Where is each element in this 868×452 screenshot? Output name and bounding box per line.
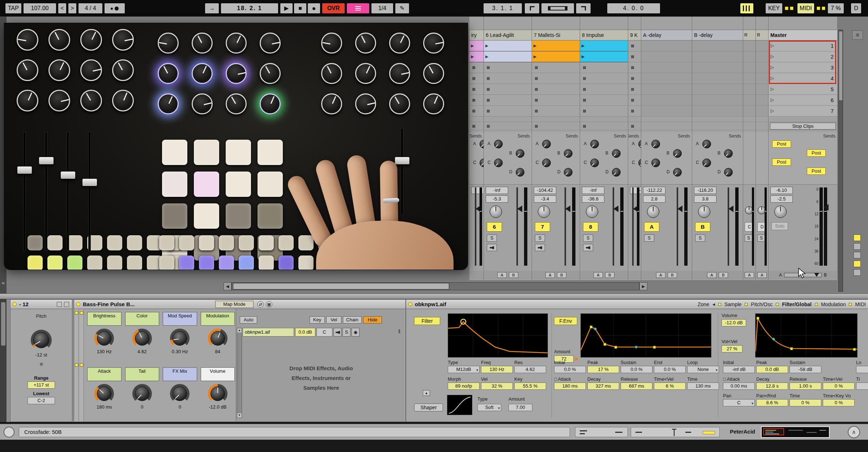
- show-chains-strip[interactable]: [79, 309, 84, 422]
- crossfade-b-button[interactable]: B: [509, 272, 518, 278]
- tab-zone[interactable]: Zone: [698, 300, 709, 309]
- chain-speaker-icon[interactable]: [333, 328, 341, 337]
- clip-slot[interactable]: [469, 84, 484, 95]
- param-field[interactable]: 0.00 ms: [723, 383, 755, 390]
- param-field[interactable]: 130 ms: [687, 383, 719, 390]
- clip-slot[interactable]: [532, 106, 580, 117]
- sampler-activator[interactable]: [408, 302, 412, 306]
- device-title-bar[interactable]: - 12: [10, 300, 72, 309]
- param-field[interactable]: M12dB: [448, 366, 480, 373]
- send-knob-c[interactable]: C: [488, 159, 508, 168]
- cue-post-button[interactable]: Post: [772, 159, 791, 166]
- clip-stop-field[interactable]: [484, 122, 532, 130]
- send-knob-b[interactable]: B: [718, 149, 738, 159]
- key-zone-button[interactable]: Key: [310, 316, 325, 324]
- param-field[interactable]: 12.8 s: [756, 383, 788, 390]
- volume-fader-handle[interactable]: [677, 206, 682, 212]
- macro-name[interactable]: Volume: [201, 367, 235, 381]
- macro-dial[interactable]: [208, 384, 227, 404]
- send-knob-a[interactable]: A: [488, 140, 508, 149]
- crossfade-b-button[interactable]: B: [605, 272, 614, 278]
- macro-dial[interactable]: [132, 329, 152, 348]
- param-field[interactable]: -inf dB: [723, 366, 755, 373]
- rack-activator[interactable]: [76, 302, 80, 306]
- send-knob-a[interactable]: A: [536, 140, 556, 149]
- send-knob-d[interactable]: D: [557, 168, 578, 177]
- macro-value[interactable]: 0: [163, 404, 197, 410]
- param-field[interactable]: -58 dB: [790, 366, 821, 373]
- scene-slot[interactable]: ▷1: [769, 41, 837, 51]
- param-field[interactable]: 1.00 s: [790, 383, 821, 390]
- peak-level-display[interactable]: -112.22: [643, 187, 665, 194]
- peak-level-display[interactable]: -104.42: [534, 187, 556, 194]
- collapse-panel-button[interactable]: ▲: [423, 390, 430, 396]
- panel-grip-icon[interactable]: ‖: [398, 329, 400, 334]
- volume-display[interactable]: -3.4: [534, 195, 556, 203]
- clip-slot[interactable]: [484, 84, 532, 95]
- clip-slot[interactable]: [628, 106, 641, 117]
- scene-slot[interactable]: ▷4: [769, 73, 837, 84]
- send-knob-a[interactable]: A: [632, 140, 641, 149]
- lowest-field[interactable]: C-2: [27, 397, 55, 404]
- clip-stop-field[interactable]: [580, 122, 628, 130]
- clip-slot[interactable]: [484, 95, 532, 106]
- tab-modulation[interactable]: Modulation: [821, 300, 846, 309]
- track-header[interactable]: R: [756, 30, 768, 41]
- volume-fader-handle[interactable]: [517, 206, 522, 212]
- peak-level-display[interactable]: -Inf: [582, 187, 604, 194]
- clip-slot[interactable]: [628, 84, 641, 95]
- clip-slot[interactable]: ▶: [532, 51, 580, 62]
- monitor-speaker-icon[interactable]: [487, 244, 497, 251]
- filter-envelope-graph[interactable]: [580, 313, 711, 358]
- macro-name[interactable]: Brightness: [87, 312, 122, 326]
- pan-knob[interactable]: [647, 206, 659, 218]
- show-io-toggle[interactable]: [854, 269, 861, 276]
- chain-hotswap-button[interactable]: ◉: [352, 328, 359, 337]
- peak-level-display[interactable]: -6.10: [770, 187, 793, 194]
- param-field[interactable]: 327 ms: [587, 383, 619, 390]
- crossfade-b-button[interactable]: B: [668, 272, 677, 278]
- shaper-curve-display[interactable]: [447, 395, 472, 415]
- send-knob-c[interactable]: C: [584, 159, 604, 168]
- show-browser-icon[interactable]: ≈: [0, 280, 6, 286]
- crossfade-a-button[interactable]: A: [707, 272, 716, 278]
- volume-fader-handle[interactable]: [728, 206, 733, 212]
- clip-slot[interactable]: [580, 84, 628, 95]
- cue-post-button[interactable]: Post: [772, 140, 791, 148]
- pan-knob[interactable]: [698, 206, 710, 218]
- param-field[interactable]: 6 %: [654, 383, 686, 390]
- shaper-amount-field[interactable]: 7.00: [509, 404, 532, 411]
- show-sends-toggle[interactable]: [854, 235, 861, 241]
- macro-value[interactable]: 130 Hz: [87, 349, 122, 354]
- time-signature-field[interactable]: 4 / 4: [78, 3, 103, 14]
- macro-value[interactable]: -12.0 dB: [201, 404, 235, 410]
- pitch-dial[interactable]: [31, 330, 52, 351]
- send-knob-d[interactable]: D: [667, 168, 687, 177]
- clip-slot[interactable]: [484, 73, 532, 84]
- send-knob-b[interactable]: B: [509, 149, 529, 159]
- stop-button[interactable]: ■: [294, 3, 307, 14]
- vel-zone-button[interactable]: Vel: [326, 316, 341, 324]
- arrangement-position-display[interactable]: 18. 2. 1: [221, 3, 278, 14]
- monitor-speaker-icon[interactable]: [583, 244, 593, 251]
- volume-envelope-graph[interactable]: [755, 313, 858, 358]
- clip-slot[interactable]: [628, 62, 641, 73]
- clip-slot[interactable]: [469, 73, 484, 84]
- clip-stop-field[interactable]: [641, 122, 692, 130]
- clip-slot[interactable]: ▶: [484, 41, 532, 51]
- midi-map-button[interactable]: MIDI: [797, 3, 814, 14]
- hide-zones-button[interactable]: Hide: [363, 316, 382, 324]
- session-menu-icon[interactable]: ≡: [852, 30, 863, 40]
- crossfade-a-button[interactable]: A: [545, 272, 555, 278]
- track-header[interactable]: R: [743, 30, 756, 41]
- send-knob-c[interactable]: C: [473, 159, 484, 168]
- macro-value[interactable]: 84: [201, 349, 235, 354]
- track-activator[interactable]: 6: [487, 222, 502, 232]
- device-scrollbar[interactable]: [0, 299, 7, 422]
- clip-slot[interactable]: [484, 62, 532, 73]
- nudge-up-button[interactable]: >: [68, 3, 77, 14]
- midi-arrangement-overdub-button[interactable]: [346, 3, 370, 14]
- scene-slot[interactable]: ▷7: [769, 106, 837, 117]
- param-field[interactable]: 89 no/lp: [448, 383, 480, 390]
- pan-knob[interactable]: [538, 206, 550, 218]
